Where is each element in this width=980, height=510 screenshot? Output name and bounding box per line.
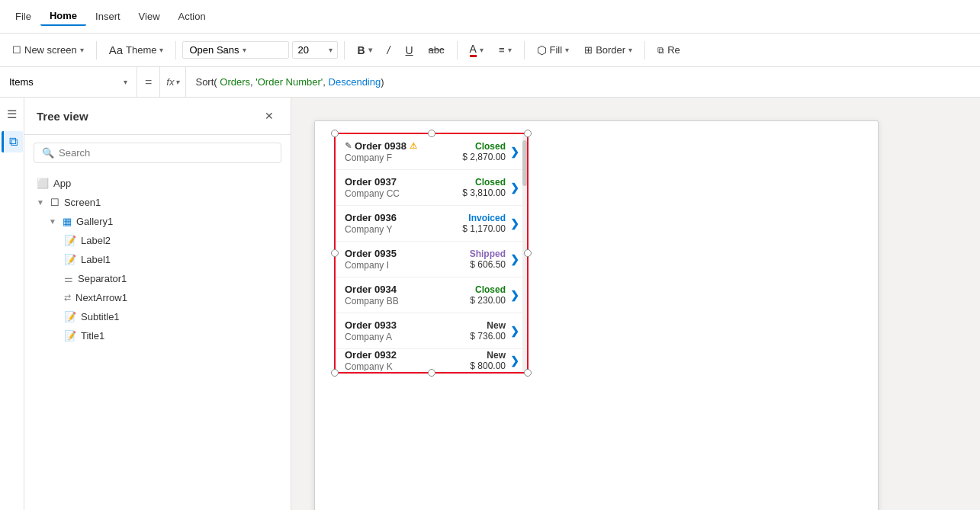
tree-item-gallery1[interactable]: ▼ ▦ Gallery1 [24,212,291,231]
gallery-row-2-right: Invoiced $ 1,170.00 [462,213,506,234]
gallery-row-0-chevron-icon[interactable]: ❯ [510,146,519,158]
canvas-area: ✎ Order 0938 ⚠ Company F Closed $ 2,870.… [291,98,980,510]
formula-fx-button[interactable]: fx ▾ [160,67,186,97]
handle-bottom-middle[interactable] [428,369,435,377]
tree-item-title1[interactable]: 📝 Title1 [24,326,291,345]
tree-item-nextarrow1[interactable]: ⇄ NextArrow1 [24,288,291,307]
gallery-row-6-title: Order 0932 [345,349,470,361]
menu-file[interactable]: File [6,8,40,25]
new-screen-label: New screen [24,44,77,56]
gallery-row-5-content: Order 0933 Company A [345,319,470,342]
underline-button[interactable]: U [399,41,419,59]
handle-top-right[interactable] [524,130,532,137]
gallery-row-4-amount: $ 230.00 [470,295,506,306]
gallery-row-1-chevron-icon[interactable]: ❯ [510,181,519,194]
gallery-row-5[interactable]: Order 0933 Company A New $ 736.00 ❯ [336,313,527,349]
new-screen-button[interactable]: ☐ New screen ▾ [6,41,90,59]
gallery-row-3-content: Order 0935 Company I [345,248,470,271]
gallery-row-0-title: ✎ Order 0938 ⚠ [345,140,462,152]
tree-search-box[interactable]: 🔍 [34,143,281,163]
font-selector[interactable]: Open Sans ▾ [182,41,289,59]
layers-icon[interactable]: ⧉ [2,131,23,152]
separator2 [175,41,176,59]
menu-home[interactable]: Home [40,7,86,26]
gallery-row-4-content: Order 0934 Company BB [345,284,470,306]
tree-item-app[interactable]: ⬜ App [24,174,291,193]
handle-bottom-left[interactable] [331,369,339,377]
strikethrough-button[interactable]: abc [423,41,451,59]
border-icon: ⊞ [584,44,593,56]
font-size-input[interactable]: 20 ▾ [292,41,338,59]
separator3 [344,41,345,59]
italic-button[interactable]: / [381,41,397,59]
gallery-row-6-content: Order 0932 Company K [345,349,470,372]
align-icon: ≡ [499,44,505,56]
gallery-row-2-content: Order 0936 Company Y [345,212,462,235]
gallery-row-1[interactable]: Order 0937 Company CC Closed $ 3,810.00 … [336,170,527,206]
gallery-row-5-subtitle: Company A [345,332,470,342]
fill-button[interactable]: ⬡ Fill ▾ [531,40,576,60]
sidebar-icons: ☰ ⧉ [0,98,24,510]
gallery-row-6-status: New [470,350,506,361]
screen-icon: ☐ [50,197,59,208]
search-input[interactable] [59,147,273,159]
tree-item-label1-label: Label1 [81,254,111,265]
tree-item-separator1[interactable]: ⚌ Separator1 [24,269,291,288]
tree-close-button[interactable]: ✕ [260,107,278,125]
gallery-row-5-chevron-icon[interactable]: ❯ [510,325,519,337]
gallery-row-3[interactable]: Order 0935 Company I Shipped $ 606.50 ❯ [336,242,527,277]
gallery-row-4-status: Closed [470,284,506,295]
menu-insert[interactable]: Insert [86,8,130,25]
formula-selector-chevron: ▾ [124,78,127,86]
menu-view[interactable]: View [130,8,169,25]
bold-button[interactable]: B ▾ [351,41,378,59]
tree-item-label1[interactable]: 📝 Label1 [24,250,291,269]
formula-bar: Items ▾ = fx ▾ Sort( Orders , 'Order Num… [0,67,980,98]
border-chevron-icon: ▾ [628,46,632,54]
gallery-row-4-chevron-icon[interactable]: ❯ [510,289,519,301]
gallery-row-2-status: Invoiced [462,213,506,223]
hamburger-icon[interactable]: ☰ [2,104,23,125]
label2-icon: 📝 [64,235,76,246]
align-chevron-icon: ▾ [508,46,512,54]
border-button[interactable]: ⊞ Border ▾ [578,41,638,59]
fill-label: Fill [550,44,563,56]
new-screen-icon: ☐ [12,44,21,56]
font-color-button[interactable]: A ▾ [464,40,490,60]
reorder-icon: ⧉ [657,45,664,56]
tree-item-screen1[interactable]: ▼ ☐ Screen1 [24,193,291,212]
gallery-row-2-chevron-icon[interactable]: ❯ [510,217,519,229]
search-icon: 🔍 [42,147,54,159]
main-layout: ☰ ⧉ Tree view ✕ 🔍 ⬜ App ▼ ☐ Screen1 [0,98,980,510]
gallery-row-5-status: New [470,320,506,331]
gallery-row-2[interactable]: Order 0936 Company Y Invoiced $ 1,170.00… [336,206,527,242]
gallery1-chevron-icon: ▼ [49,217,56,226]
tree-item-label2[interactable]: 📝 Label2 [24,231,291,250]
gallery-row-0[interactable]: ✎ Order 0938 ⚠ Company F Closed $ 2,870.… [336,134,527,170]
separator1 [96,41,97,59]
tree-view-header: Tree view ✕ [24,98,291,135]
gallery-row-4[interactable]: Order 0934 Company BB Closed $ 230.00 ❯ [336,277,527,313]
gallery-row-5-title: Order 0933 [345,319,470,331]
handle-middle-right[interactable] [524,249,532,257]
gallery-row-1-right: Closed $ 3,810.00 [462,177,506,198]
gallery1-widget[interactable]: ✎ Order 0938 ⚠ Company F Closed $ 2,870.… [334,133,529,374]
tree-item-subtitle1[interactable]: 📝 Subtitle1 [24,307,291,326]
gallery-scrollbar-thumb[interactable] [522,140,527,186]
gallery-row-2-subtitle: Company Y [345,224,462,235]
formula-selector[interactable]: Items ▾ [0,67,137,97]
formula-table-ref: Orders [217,76,250,88]
gallery-row-3-chevron-icon[interactable]: ❯ [510,253,519,265]
align-button[interactable]: ≡ ▾ [493,41,518,59]
reorder-button[interactable]: ⧉ Re [651,41,686,59]
gallery-row-6-chevron-icon[interactable]: ❯ [510,354,519,367]
gallery-row-0-right: Closed $ 2,870.00 [462,141,506,162]
font-color-chevron-icon: ▾ [480,46,484,54]
handle-top-middle[interactable] [428,130,435,137]
menu-action[interactable]: Action [169,8,215,25]
handle-middle-left[interactable] [331,249,339,257]
app-icon: ⬜ [37,178,49,189]
handle-top-left[interactable] [331,130,339,137]
theme-button[interactable]: Aa Theme ▾ [103,40,170,59]
handle-bottom-right[interactable] [524,369,532,377]
